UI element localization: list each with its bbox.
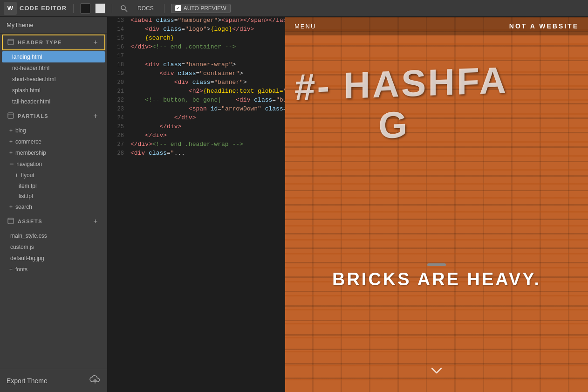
preview-tagline: BRICKS ARE HEAVY. [285, 269, 588, 289]
export-theme-button[interactable]: Export Theme [7, 377, 48, 385]
file-item-tpl[interactable]: item.tpl [0, 181, 107, 191]
header-type-add-btn[interactable]: + [91, 38, 100, 47]
separator [73, 4, 74, 13]
code-line-24: 24 </div> [107, 114, 285, 123]
partials-icon [7, 112, 14, 120]
code-line-26: 26 </div> [107, 132, 285, 141]
export-bar: Export Theme [0, 369, 107, 392]
asset-default-bg-jpg[interactable]: default-bg.jpg [0, 253, 107, 264]
svg-rect-6 [8, 218, 14, 224]
sidebar-content: HEADER TYPE + landing.html no-header.htm… [0, 34, 107, 369]
file-tall-header-html[interactable]: tall-header.html [2, 96, 105, 107]
membership-expand-icon: + [9, 150, 13, 156]
code-line-17: 17 [107, 52, 285, 61]
code-line-13: 13 <label class="hamburger"><span></span… [107, 17, 285, 26]
app-logo: W CODE EDITOR [4, 2, 67, 15]
graffiti-text: #- HASHFA G [294, 60, 508, 149]
file-no-header-html[interactable]: no-header.html [2, 62, 105, 74]
asset-custom-js[interactable]: custom.js [0, 241, 107, 253]
theme-name: MyTheme [0, 17, 107, 34]
code-line-28: 28 <div class="... [107, 150, 285, 158]
header-type-section[interactable]: HEADER TYPE + [2, 34, 105, 50]
fonts-expand-icon: + [9, 266, 13, 273]
fonts-label: fonts [15, 266, 27, 273]
header-type-label: HEADER TYPE [18, 40, 62, 45]
blog-label: blog [15, 127, 26, 134]
blog-expand-icon: + [9, 127, 13, 134]
partial-flyout[interactable]: + flyout [0, 170, 107, 181]
graffiti-line1: #- HASHFA [294, 60, 508, 108]
partials-section[interactable]: PARTIALS + [0, 107, 107, 125]
preview-menu-text: MENU [294, 23, 316, 30]
preview-image: MENU NOT A WEBSITE #- HASHFA G BRICKS AR… [285, 17, 588, 392]
svg-rect-2 [8, 39, 14, 45]
preview-menu-bar: MENU NOT A WEBSITE [285, 17, 588, 35]
top-bar: W CODE EDITOR DOCS AUTO PREVIEW [0, 0, 588, 17]
assets-icon [7, 218, 14, 226]
color-theme-light-btn[interactable] [95, 3, 105, 14]
search-button[interactable] [119, 3, 129, 14]
separator3 [164, 4, 164, 13]
assets-label: ASSETS [18, 219, 42, 224]
color-theme-dark-btn[interactable] [80, 3, 90, 14]
partial-membership[interactable]: + membership [0, 147, 107, 158]
search-expand-icon: + [9, 204, 13, 210]
partial-fonts[interactable]: + fonts [0, 264, 107, 275]
auto-preview-checkbox [175, 5, 181, 11]
partials-label: PARTIALS [18, 113, 48, 119]
partial-commerce[interactable]: + commerce [0, 136, 107, 147]
asset-main-style-css[interactable]: maln_style.css [0, 230, 107, 241]
file-list-tpl[interactable]: list.tpl [0, 191, 107, 201]
search-label: search [15, 204, 32, 210]
app-title: CODE EDITOR [20, 5, 67, 12]
navigation-expand-icon: − [9, 161, 14, 167]
main-layout: MyTheme HEADER TYPE + landing.html no-he… [0, 17, 588, 392]
file-short-header-html[interactable]: short-header.html [2, 74, 105, 85]
code-line-19: 19 <div class="container"> [107, 70, 285, 79]
sidebar: MyTheme HEADER TYPE + landing.html no-he… [0, 17, 107, 392]
code-line-23: 23 <span id="arrowDown" class="arrow-dow… [107, 105, 285, 114]
membership-label: membership [15, 150, 46, 156]
partial-navigation[interactable]: − navigation [0, 158, 107, 170]
graffiti-line2: G [378, 101, 508, 146]
cloud-upload-icon[interactable] [89, 375, 101, 386]
code-line-25: 25 </div> [107, 123, 285, 132]
assets-add-btn[interactable]: + [91, 217, 100, 226]
svg-rect-4 [8, 113, 14, 118]
commerce-expand-icon: + [9, 138, 13, 145]
preview-pane: MENU NOT A WEBSITE #- HASHFA G BRICKS AR… [285, 17, 588, 392]
flyout-label: flyout [21, 172, 34, 179]
auto-preview-toggle[interactable]: AUTO PREVIEW [171, 4, 231, 13]
assets-section[interactable]: ASSETS + [0, 213, 107, 230]
commerce-label: commerce [15, 138, 41, 145]
code-line-21: 21 <h2>{headline:text global="false"}</h… [107, 88, 285, 96]
code-editor[interactable]: 13 <label class="hamburger"><span></span… [107, 17, 285, 392]
docs-button[interactable]: DOCS [134, 4, 157, 13]
auto-preview-label: AUTO PREVIEW [184, 5, 226, 12]
svg-point-0 [121, 6, 125, 10]
code-line-16: 16 </div><!-- end .container --> [107, 43, 285, 52]
partials-add-btn[interactable]: + [91, 112, 100, 120]
logo-icon: W [4, 2, 17, 15]
navigation-label: navigation [16, 161, 42, 167]
partial-blog[interactable]: + blog [0, 125, 107, 136]
code-line-22: 22 <!-- button, be gone| <div class="but… [107, 96, 285, 105]
file-splash-html[interactable]: splash.html [2, 85, 105, 96]
code-line-14: 14 <div class="logo">{logo}</div> [107, 26, 285, 34]
code-line-27: 27 </div><!-- end .header-wrap --> [107, 141, 285, 150]
preview-scrollbar[interactable] [427, 263, 446, 266]
flyout-expand-icon: + [15, 172, 18, 179]
code-line-20: 20 <div class="banner"> [107, 79, 285, 88]
preview-scroll-arrow [430, 366, 444, 378]
code-line-15: 15 {search} [107, 34, 285, 43]
preview-site-title: NOT A WEBSITE [509, 22, 579, 30]
file-landing-html[interactable]: landing.html [2, 51, 105, 62]
partial-search[interactable]: + search [0, 201, 107, 213]
separator2 [112, 4, 112, 13]
header-type-icon [7, 39, 14, 47]
svg-line-1 [125, 9, 127, 12]
code-line-18: 18 <div class="banner-wrap"> [107, 61, 285, 70]
